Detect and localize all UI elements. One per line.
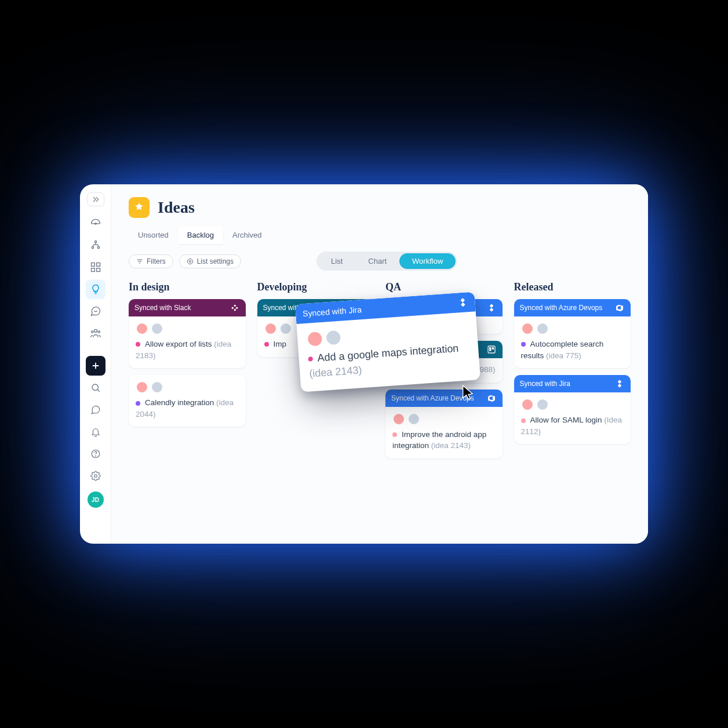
- avatar: [151, 381, 163, 394]
- svg-point-11: [92, 384, 99, 391]
- idea-card[interactable]: Synced with Azure Devops Autocomplete se…: [514, 299, 631, 368]
- svg-rect-18: [234, 305, 235, 307]
- column-released: Released Synced with Azure Devops Autoco…: [514, 281, 631, 465]
- status-dot: [392, 432, 397, 437]
- dragged-card[interactable]: Synced with Jira Add a google maps integ…: [295, 292, 481, 392]
- column-in-design: In design Synced with Slack Allow export…: [129, 281, 246, 465]
- help-icon[interactable]: [86, 444, 105, 464]
- list-settings-label: List settings: [197, 257, 234, 265]
- column-title: In design: [129, 281, 246, 293]
- idea-card[interactable]: Synced with Azure Devops Improve the and…: [385, 390, 503, 458]
- svg-rect-19: [236, 307, 238, 309]
- dashboard-icon[interactable]: [86, 213, 105, 233]
- svg-point-1: [94, 241, 96, 243]
- avatar: [136, 381, 148, 394]
- svg-rect-6: [91, 268, 94, 272]
- app-window: JD Ideas Unsorted Backlog Archived Filte…: [80, 184, 648, 544]
- tabs: Unsorted Backlog Archived: [129, 226, 631, 245]
- svg-rect-25: [489, 347, 491, 351]
- card-text: Add a google maps integration (idea 2143…: [308, 340, 471, 381]
- tab-unsorted[interactable]: Unsorted: [129, 226, 178, 244]
- status-dot: [521, 418, 526, 423]
- svg-rect-7: [96, 268, 100, 272]
- sync-label: Synced with Jira: [520, 380, 570, 388]
- idea-id: (idea 2143): [431, 441, 471, 450]
- svg-rect-26: [492, 347, 493, 350]
- avatar: [279, 322, 292, 335]
- svg-point-15: [189, 260, 191, 262]
- sitemap-icon[interactable]: [86, 235, 105, 255]
- view-workflow[interactable]: Workflow: [399, 253, 456, 269]
- avatar: [151, 322, 163, 335]
- avatar: [536, 398, 549, 411]
- avatar: [136, 322, 148, 335]
- svg-point-13: [95, 456, 96, 456]
- status-dot: [308, 356, 313, 362]
- svg-rect-4: [91, 263, 94, 267]
- status-dot: [136, 401, 140, 406]
- svg-rect-17: [231, 307, 233, 309]
- card-text: Allow for SAML login (Idea 2112): [521, 414, 624, 437]
- svg-point-14: [94, 475, 97, 478]
- column-title: Released: [514, 281, 631, 293]
- page-title: Ideas: [158, 198, 195, 217]
- status-dot: [521, 342, 526, 347]
- card-text: Calendly integration (idea 2044): [136, 397, 239, 420]
- status-dot: [264, 342, 269, 347]
- avatar: [521, 398, 534, 411]
- filters-button[interactable]: Filters: [129, 254, 173, 268]
- idea-card[interactable]: Calendly integration (idea 2044): [129, 375, 246, 427]
- sync-label: Synced with Jira: [303, 305, 362, 318]
- card-text: Allow export of lists (idea 2183): [136, 338, 239, 361]
- view-list[interactable]: List: [318, 253, 355, 269]
- card-text: Improve the android app integration (ide…: [392, 429, 496, 452]
- slack-icon: [230, 303, 240, 313]
- status-dot: [136, 342, 140, 347]
- idea-id: (idea 2143): [309, 364, 362, 379]
- ideas-icon[interactable]: [86, 279, 105, 299]
- svg-point-10: [98, 331, 100, 333]
- filters-label: Filters: [147, 257, 166, 265]
- idea-id: (idea 775): [546, 351, 581, 360]
- svg-rect-20: [234, 309, 235, 311]
- grid-icon[interactable]: [86, 257, 105, 277]
- cursor-icon: [460, 384, 476, 401]
- settings-icon[interactable]: [86, 466, 105, 486]
- azure-devops-icon: [486, 393, 497, 403]
- svg-rect-5: [96, 263, 100, 267]
- expand-sidebar-button[interactable]: [87, 192, 104, 206]
- column-title: Developing: [257, 281, 374, 293]
- view-chart[interactable]: Chart: [355, 253, 399, 269]
- bell-icon[interactable]: [86, 422, 105, 442]
- avatar: [407, 413, 420, 425]
- jira-icon: [486, 303, 497, 313]
- tab-backlog[interactable]: Backlog: [178, 226, 223, 244]
- column-title: QA: [385, 281, 503, 293]
- idea-card[interactable]: Synced with Jira Allow for SAML login (I…: [514, 375, 631, 444]
- svg-point-9: [91, 331, 93, 333]
- add-button[interactable]: [86, 356, 105, 376]
- chat-icon[interactable]: [86, 400, 105, 420]
- search-icon[interactable]: [86, 378, 105, 398]
- sync-label: Synced with Azure Devops: [520, 304, 603, 312]
- ideas-header-icon: [129, 197, 150, 218]
- svg-point-2: [92, 247, 93, 249]
- view-switcher: List Chart Workflow: [316, 252, 457, 271]
- idea-card[interactable]: Synced with Slack Allow export of lists …: [129, 299, 246, 368]
- svg-point-8: [94, 329, 97, 332]
- main-content: Ideas Unsorted Backlog Archived Filters …: [111, 184, 648, 544]
- jira-icon: [457, 297, 468, 308]
- feedback-icon[interactable]: [86, 301, 105, 321]
- avatar: [392, 413, 405, 425]
- avatar: [521, 322, 534, 335]
- avatar: [536, 322, 549, 335]
- list-settings-button[interactable]: List settings: [179, 254, 241, 268]
- user-avatar[interactable]: JD: [88, 492, 104, 508]
- svg-rect-24: [488, 346, 495, 353]
- sidebar: JD: [80, 184, 111, 544]
- trello-icon: [486, 344, 497, 355]
- avatar: [306, 330, 323, 348]
- tab-archived[interactable]: Archived: [223, 226, 271, 244]
- team-icon[interactable]: [86, 323, 105, 343]
- svg-point-16: [187, 259, 192, 264]
